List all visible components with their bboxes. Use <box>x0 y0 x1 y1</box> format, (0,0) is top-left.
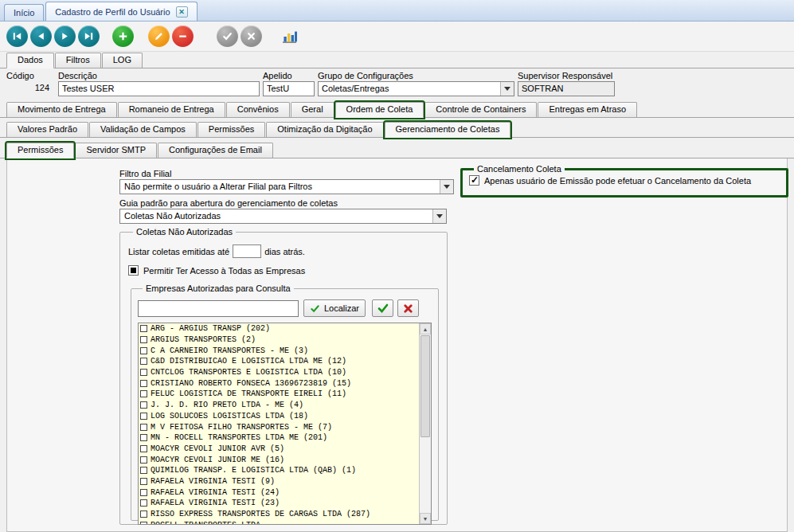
company-checkbox[interactable] <box>140 380 147 387</box>
scroll-track[interactable] <box>420 334 431 513</box>
acesso-checkbox-label: Permitir Ter Acesso à Todas as Empresas <box>143 266 305 276</box>
company-name: ARG - ARGIUS TRANSP (202) <box>151 323 270 334</box>
company-list[interactable]: ARG - ARGIUS TRANSP (202)ARGIUS TRANSPOR… <box>139 323 419 524</box>
nav-next-button[interactable] <box>54 25 76 47</box>
company-list-item[interactable]: ARG - ARGIUS TRANSP (202) <box>139 323 419 334</box>
company-checkbox[interactable] <box>140 347 147 354</box>
company-checkbox[interactable] <box>140 424 147 431</box>
company-checkbox[interactable] <box>140 499 147 507</box>
guia-combo-arrow[interactable] <box>432 209 446 223</box>
tab-permissoes[interactable]: Permissões <box>6 143 74 158</box>
company-checkbox[interactable] <box>140 401 147 409</box>
tab-filtros[interactable]: Filtros <box>55 53 101 68</box>
tab-cadastro-perfil[interactable]: Cadastro de Perfil do Usuário ✕ <box>45 2 197 21</box>
company-checkbox[interactable] <box>140 522 147 524</box>
nav-last-button[interactable] <box>78 25 100 47</box>
nav-first-button[interactable] <box>6 25 28 47</box>
charts-button[interactable] <box>280 25 299 47</box>
close-tab-icon[interactable]: ✕ <box>176 6 188 18</box>
tab-otimizacao-digitacao[interactable]: Otimização da Digitação <box>266 122 383 137</box>
company-list-item[interactable]: RISSO EXPRESS TRANSPORTES DE CARGAS LTDA… <box>139 509 419 520</box>
apelido-field[interactable]: TestU <box>263 81 315 96</box>
scroll-thumb[interactable] <box>420 335 430 437</box>
edit-record-button[interactable] <box>148 25 170 47</box>
company-list-item[interactable]: MOACYR CEVOLI JUNIOR AVR (5) <box>139 444 419 455</box>
company-list-item[interactable]: CRISTIANO ROBERTO FONSECA 13696723819 (1… <box>139 377 419 389</box>
company-checkbox[interactable] <box>140 489 147 496</box>
coletas-groupbox-title: Coletas Não Autorizadas <box>133 227 236 237</box>
tab-permissoes-row3[interactable]: Permissões <box>198 122 265 137</box>
tab-gerenciamento-coletas[interactable]: Gerenciamento de Coletas <box>385 122 511 138</box>
company-checkbox[interactable] <box>140 325 147 332</box>
add-record-button[interactable] <box>112 25 134 47</box>
tab-romaneio-entrega[interactable]: Romaneio de Entrega <box>118 102 225 117</box>
tab-controle-containers[interactable]: Controle de Containers <box>424 102 537 117</box>
cancel-button[interactable] <box>241 25 262 47</box>
acesso-todas-empresas-checkbox[interactable] <box>128 265 139 276</box>
company-name: ARGIUS TRANSPORTES (2) <box>151 334 256 345</box>
company-checkbox[interactable] <box>140 390 147 397</box>
company-checkbox[interactable] <box>140 358 147 365</box>
filtro-filial-combobox[interactable]: Não permite o usuário a Alterar Filial p… <box>119 179 454 194</box>
company-checkbox[interactable] <box>140 369 147 376</box>
company-list-item[interactable]: CNTCLOG TRANSPORTES E LOGISTICA LTDA (10… <box>139 367 419 378</box>
filtro-combo-arrow[interactable] <box>440 180 453 194</box>
company-list-item[interactable]: RAFAELA VIRGINIA TESTI (9) <box>139 476 419 487</box>
tab-ordem-de-coleta[interactable]: Ordem de Coleta <box>335 102 424 118</box>
tab-valores-padrao[interactable]: Valores Padrão <box>6 122 88 137</box>
company-list-item[interactable]: QUIMILOG TRANSP. E LOGISTICA LTDA (QAB) … <box>139 465 419 476</box>
chevron-down-icon <box>504 87 510 91</box>
company-list-item[interactable]: C&D DISTRIBUICAO E LOGISTICA LTDA ME (12… <box>139 356 419 367</box>
company-list-item[interactable]: C A CARNEIRO TRANSPORTES - ME (3) <box>139 345 419 356</box>
empresa-search-input[interactable] <box>138 300 299 317</box>
tab-geral[interactable]: Geral <box>291 102 334 117</box>
confirm-selection-button[interactable] <box>372 299 393 317</box>
grupo-combo-arrow[interactable] <box>500 82 514 96</box>
company-checkbox[interactable] <box>140 336 147 343</box>
company-list-item[interactable]: MN - ROCELL TRANSPORTES LTDA ME (201) <box>139 432 419 444</box>
company-checkbox[interactable] <box>140 445 147 452</box>
guia-padrao-combobox[interactable]: Coletas Não Autorizadas <box>119 209 447 224</box>
company-checkbox[interactable] <box>140 478 147 485</box>
company-list-item[interactable]: FELUC LOGISTICA DE TRANSPORTE EIRELI (11… <box>139 389 419 400</box>
company-checkbox[interactable] <box>140 456 147 464</box>
clear-selection-button[interactable] <box>397 299 419 317</box>
company-list-item[interactable]: RAFAELA VIRGINIA TESTI (24) <box>139 487 419 498</box>
company-list-item[interactable]: J. J. D. RIO PRETO LTDA - ME (4) <box>139 400 419 411</box>
company-list-item[interactable]: M V FEITOSA FILHO TRANSPORTES - ME (7) <box>139 421 419 432</box>
delete-record-button[interactable] <box>172 25 194 47</box>
tab-validacao-campos[interactable]: Validação de Campos <box>89 122 197 137</box>
cancelamento-title: Cancelamento Coleta <box>474 164 565 174</box>
grupo-config-combobox[interactable]: Coletas/Entregas <box>318 81 514 96</box>
company-list-item[interactable]: ROCELL TRANSPORTES LTDA <box>139 519 419 524</box>
supervisor-field[interactable]: SOFTRAN <box>518 81 615 96</box>
tab-dados[interactable]: Dados <box>6 53 54 68</box>
company-list-item[interactable]: LOG SOLUCOES LOGISTICAS LTDA (18) <box>139 411 419 422</box>
nav-prev-button[interactable] <box>30 25 52 47</box>
tab-movimento-entrega[interactable]: Movimento de Entrega <box>6 102 117 117</box>
company-checkbox[interactable] <box>140 467 147 474</box>
company-checkbox[interactable] <box>140 413 147 420</box>
cancelamento-checkbox[interactable]: ✓ <box>469 175 479 186</box>
dias-atras-input[interactable] <box>233 244 261 258</box>
tab-convenios[interactable]: Convênios <box>226 102 290 117</box>
config-tabs-row1: Movimento de Entrega Romaneio de Entrega… <box>0 101 794 118</box>
localizar-button[interactable]: Localizar <box>303 299 366 317</box>
company-list-item[interactable]: RAFAELA VIRGINIA TESTI (23) <box>139 498 419 509</box>
tab-cadastro-label: Cadastro de Perfil do Usuário <box>55 7 170 17</box>
tab-configuracoes-email[interactable]: Configurações de Email <box>158 143 273 158</box>
tab-log[interactable]: LOG <box>102 53 143 68</box>
confirm-button[interactable] <box>217 25 238 47</box>
x-icon <box>245 30 257 42</box>
company-list-item[interactable]: MOACYR CEVOLI JUNIOR ME (16) <box>139 454 419 465</box>
company-checkbox[interactable] <box>140 510 147 518</box>
tab-entregas-em-atraso[interactable]: Entregas em Atraso <box>538 102 637 117</box>
tab-servidor-smtp[interactable]: Servidor SMTP <box>75 143 157 158</box>
company-list-item[interactable]: ARGIUS TRANSPORTES (2) <box>139 334 419 346</box>
company-name: C A CARNEIRO TRANSPORTES - ME (3) <box>151 346 308 356</box>
tab-inicio[interactable]: Início <box>4 4 44 21</box>
descricao-field[interactable]: Testes USER <box>58 81 260 96</box>
scroll-up-arrow[interactable]: ▲ <box>420 323 431 334</box>
company-checkbox[interactable] <box>140 434 147 441</box>
scroll-down-arrow[interactable]: ▼ <box>420 513 431 524</box>
